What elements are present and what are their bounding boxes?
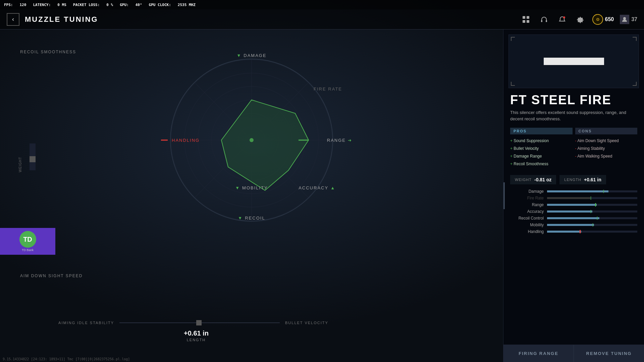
stat-bar-row: Damage bbox=[510, 189, 637, 194]
pros-item-3: Damage Range bbox=[510, 153, 573, 160]
stat-bar-row: Accuracy bbox=[510, 209, 637, 214]
debug-info: 9.15.14334822 [24:123: 1893+11] Tmc [7(0… bbox=[0, 356, 132, 362]
damage-label: ▼ DAMAGE bbox=[236, 53, 266, 58]
firing-range-button[interactable]: FIRING RANGE bbox=[503, 345, 574, 362]
back-button[interactable]: ‹ bbox=[7, 13, 19, 26]
stat-bar-fill bbox=[547, 210, 592, 213]
vertical-slider-area bbox=[30, 143, 36, 170]
main-content: RECOIL SMOOTHNESS WEIGHT ▼ DAMAGE FIRE R… bbox=[0, 29, 644, 362]
cons-header: CONS bbox=[575, 128, 638, 134]
nav-bar: ‹ MUZZLE TUNING bbox=[0, 9, 644, 29]
player-icon bbox=[620, 15, 629, 24]
svg-marker-19 bbox=[221, 100, 309, 190]
radar-container: ▼ DAMAGE FIRE RATE RANGE ➜ ▼ MOBILITY ▼ … bbox=[148, 46, 356, 234]
corner-bl bbox=[511, 82, 515, 86]
right-panel: FT STEEL FIRE This silencer offers excel… bbox=[503, 29, 644, 362]
tuning-value-display: +0.61 in LENGTH bbox=[40, 329, 352, 342]
side-indicator bbox=[503, 182, 505, 209]
bottom-buttons: FIRING RANGE REMOVE TUNING bbox=[503, 345, 644, 362]
cons-box: CONS Aim Down Sight Speed Aiming Stabili… bbox=[575, 128, 638, 168]
vertical-slider-thumb bbox=[30, 156, 36, 162]
gpu-value: 40° bbox=[136, 3, 142, 7]
gpu-clock-value: 2535 MHZ bbox=[178, 3, 196, 7]
fps-value: 120 bbox=[20, 3, 26, 7]
stat-bar-track bbox=[547, 204, 637, 206]
svg-rect-3 bbox=[527, 20, 529, 23]
player-badge: 37 bbox=[620, 15, 637, 24]
stat-bar-marker bbox=[597, 217, 598, 220]
accuracy-label: ACCURACY ▲ bbox=[299, 185, 335, 190]
stat-bar-track bbox=[547, 224, 637, 226]
weapon-preview-area bbox=[508, 35, 639, 88]
recoil-smoothness-label: RECOIL SMOOTHNESS bbox=[20, 50, 76, 54]
stat-bar-label: Accuracy bbox=[510, 209, 544, 214]
corner-br bbox=[633, 82, 637, 86]
fps-label: FPS: bbox=[4, 3, 13, 7]
headphone-icon-button[interactable] bbox=[538, 13, 550, 25]
status-bar: FPS: 120 LATENCY: 0 MS PACKET LOSS: 0 % … bbox=[0, 0, 644, 9]
svg-point-20 bbox=[250, 138, 254, 142]
stat-bar-row: Range bbox=[510, 202, 637, 207]
range-label: RANGE ➜ bbox=[327, 138, 352, 143]
stat-bar-fill bbox=[547, 190, 608, 192]
bullet-velocity-label: BULLET VELOCITY bbox=[285, 321, 352, 325]
bottom-sliders-area: AIMING IDLE STABILITY BULLET VELOCITY +0… bbox=[40, 321, 352, 342]
remove-tuning-button[interactable]: REMOVE TUNING bbox=[574, 345, 644, 362]
length-label: LENGTH bbox=[40, 338, 352, 342]
settings-icon-button[interactable] bbox=[574, 13, 586, 25]
stat-bar-marker bbox=[603, 190, 604, 193]
aiming-idle-thumb bbox=[196, 320, 202, 325]
stat-bar-marker bbox=[590, 196, 591, 200]
cons-item-3: Aim Walking Speed bbox=[575, 153, 638, 160]
player-level-value: 37 bbox=[631, 16, 637, 22]
latency-value: 0 MS bbox=[57, 3, 66, 7]
currency-icon: ⊙ bbox=[592, 14, 603, 25]
weight-vertical-label: WEIGHT bbox=[18, 157, 22, 172]
stat-bar-label: Range bbox=[510, 202, 544, 207]
left-panel: RECOIL SMOOTHNESS WEIGHT ▼ DAMAGE FIRE R… bbox=[0, 29, 503, 362]
weight-label: WEIGHT bbox=[515, 178, 532, 182]
latency-label: LATENCY: bbox=[33, 3, 51, 7]
pros-item-4: Recoil Smoothness bbox=[510, 160, 573, 168]
recoil-label: ▼ RECOIL bbox=[238, 216, 265, 221]
stat-bar-label: Fire Rate bbox=[510, 196, 544, 200]
length-value: +0.61 in bbox=[40, 329, 352, 337]
stat-bar-row: Fire Rate bbox=[510, 196, 637, 200]
pros-box: PROS Sound Suppression Bullet Velocity D… bbox=[510, 128, 573, 168]
gpu-clock-label: GPU CLOCK: bbox=[149, 3, 171, 7]
mobility-label: ▼ MOBILITY bbox=[235, 185, 268, 190]
vertical-slider-track[interactable] bbox=[30, 143, 36, 170]
stat-bar-row: Mobility bbox=[510, 223, 637, 227]
svg-point-7 bbox=[623, 17, 626, 20]
stat-bar-label: Damage bbox=[510, 189, 544, 194]
pros-item-1: Sound Suppression bbox=[510, 137, 573, 145]
aiming-idle-track[interactable] bbox=[119, 322, 280, 323]
stat-bar-track bbox=[547, 197, 637, 199]
svg-rect-0 bbox=[523, 16, 525, 19]
stat-bar-row: Handling bbox=[510, 229, 637, 234]
grid-icon-button[interactable] bbox=[520, 13, 532, 25]
stat-bar-fill bbox=[547, 224, 594, 226]
stat-bar-fill bbox=[547, 204, 597, 206]
svg-rect-1 bbox=[527, 16, 529, 19]
svg-rect-5 bbox=[546, 20, 547, 22]
aiming-idle-label: AIMING IDLE STABILITY bbox=[40, 321, 114, 325]
stat-bar-marker bbox=[580, 230, 581, 233]
ad-text: TD Bank bbox=[22, 248, 34, 252]
pros-cons-section: PROS Sound Suppression Bullet Velocity D… bbox=[503, 128, 644, 172]
handling-label: HANDLING bbox=[161, 138, 200, 143]
stat-bar-label: Mobility bbox=[510, 223, 544, 227]
stat-bar-marker bbox=[592, 223, 593, 227]
fire-rate-label: FIRE RATE bbox=[314, 86, 342, 92]
ad-logo: TD bbox=[19, 231, 36, 248]
stat-bar-label: Handling bbox=[510, 229, 544, 234]
weight-badge: WEIGHT -0.81 oz bbox=[510, 175, 556, 184]
currency-value: 650 bbox=[605, 16, 614, 22]
weapon-silhouette bbox=[544, 58, 604, 65]
svg-rect-2 bbox=[523, 20, 525, 23]
aim-down-sight-label: AIM DOWN SIGHT SPEED bbox=[20, 274, 83, 278]
notification-icon-button[interactable] bbox=[556, 13, 568, 25]
stat-bar-marker bbox=[590, 210, 591, 213]
cons-item-1: Aim Down Sight Speed bbox=[575, 137, 638, 145]
stat-bar-label: Recoil Control bbox=[510, 216, 544, 221]
